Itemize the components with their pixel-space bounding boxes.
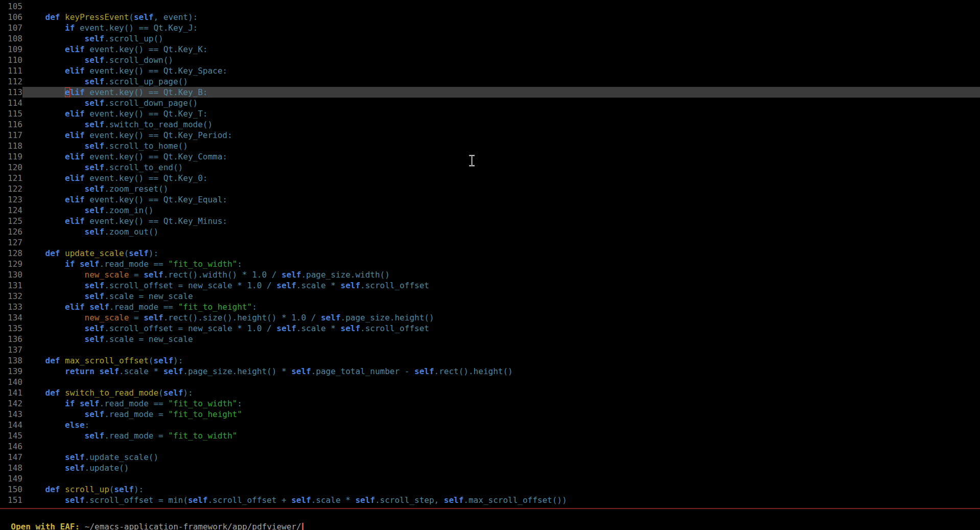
code-line[interactable]: 124 self.zoom_in() — [0, 205, 980, 216]
code-line[interactable]: 144 else: — [0, 420, 980, 430]
code-token: self — [85, 431, 105, 441]
code-line[interactable]: 146 — [0, 441, 980, 452]
code-token: .page_size.height() — [341, 313, 434, 322]
minibuffer-input[interactable]: ~/emacs-application-framework/app/pdfvie… — [85, 522, 301, 530]
line-number: 123 — [0, 194, 22, 205]
code-token — [26, 12, 45, 22]
line-number: 147 — [0, 452, 22, 463]
code-token: .scroll_offset = min( — [85, 495, 188, 505]
code-token — [85, 302, 90, 312]
code-token: event.key() == Qt.Key_Equal: — [85, 195, 227, 204]
code-line[interactable]: 133 elif self.read_mode == "fit_to_heigh… — [0, 302, 980, 312]
code-line[interactable]: 143 self.read_mode = "fit_to_height" — [0, 409, 980, 420]
code-token: def — [45, 248, 60, 258]
code-token: .read_mode = — [104, 409, 168, 419]
code-line[interactable]: 145 self.read_mode = "fit_to_width" — [0, 430, 980, 441]
code-line[interactable]: 116 self.switch_to_read_mode() — [0, 119, 980, 130]
code-line[interactable]: 140 — [0, 377, 980, 387]
code-token: self — [276, 281, 296, 290]
minibuffer[interactable]: Open with EAF: ~/emacs-application-frame… — [1, 511, 304, 521]
line-text: elif event.key() == Qt.Key_K: — [22, 44, 980, 55]
code-line[interactable]: 118 self.scroll_to_home() — [0, 141, 980, 151]
code-line[interactable]: 131 self.scroll_offset = new_scale * 1.0… — [0, 280, 980, 291]
code-line[interactable]: 112 self.scroll_up_page() — [0, 76, 980, 87]
line-number: 137 — [0, 344, 22, 355]
code-line[interactable]: 110 self.scroll_down() — [0, 55, 980, 65]
code-token — [26, 463, 65, 473]
code-line[interactable]: 105 — [0, 1, 980, 12]
code-token — [26, 281, 85, 290]
code-line[interactable]: 137 — [0, 344, 980, 355]
code-token: .scroll_offset — [360, 281, 429, 290]
code-line[interactable]: 141 def switch_to_read_mode(self): — [0, 387, 980, 398]
code-line[interactable]: 109 elif event.key() == Qt.Key_K: — [0, 44, 980, 55]
code-token: self — [85, 409, 105, 419]
line-number: 118 — [0, 141, 22, 151]
code-line[interactable]: 123 elif event.key() == Qt.Key_Equal: — [0, 194, 980, 205]
code-token — [26, 34, 85, 43]
code-line[interactable]: 132 self.scale = new_scale — [0, 291, 980, 302]
code-line[interactable]: 119 elif event.key() == Qt.Key_Comma: — [0, 151, 980, 162]
line-number: 105 — [0, 1, 22, 12]
code-line[interactable]: 150 def scroll_up(self): — [0, 484, 980, 495]
code-line[interactable]: 130 new_scale = self.rect().width() * 1.… — [0, 269, 980, 280]
code-line[interactable]: 126 self.zoom_out() — [0, 226, 980, 237]
line-number: 143 — [0, 409, 22, 420]
code-line[interactable]: 113 elif event.key() == Qt.Key_B: — [0, 87, 980, 98]
code-line[interactable]: 107 if event.key() == Qt.Key_J: — [0, 22, 980, 33]
line-number: 151 — [0, 495, 22, 505]
line-text — [22, 1, 980, 12]
code-token: .zoom_in() — [104, 205, 153, 215]
code-line[interactable]: 111 elif event.key() == Qt.Key_Space: — [0, 65, 980, 76]
code-token — [26, 495, 65, 505]
code-token — [26, 55, 85, 65]
code-token: .scale = new_scale — [104, 291, 193, 301]
code-line[interactable]: 125 elif event.key() == Qt.Key_Minus: — [0, 216, 980, 226]
code-line[interactable]: 139 return self.scale * self.page_size.h… — [0, 366, 980, 377]
code-token: self — [153, 356, 173, 365]
code-line[interactable]: 128 def update_scale(self): — [0, 248, 980, 259]
status-line: (1, 59) Top [2018-06-28] 22:12 Thursday — [807, 524, 979, 530]
code-token: .scroll_down() — [104, 55, 173, 65]
code-token: ): — [173, 356, 183, 365]
code-token — [60, 388, 65, 398]
code-line[interactable]: 108 self.scroll_up() — [0, 33, 980, 44]
code-token: .scroll_up() — [104, 34, 164, 43]
code-line[interactable]: 151 self.scroll_offset = min(self.scroll… — [0, 495, 980, 505]
line-text — [22, 473, 980, 484]
code-token: .rect().width() * 1.0 / — [164, 270, 282, 280]
code-line[interactable]: 114 self.scroll_down_page() — [0, 98, 980, 108]
code-line[interactable]: 117 elif event.key() == Qt.Key_Period: — [0, 130, 980, 141]
code-token: elif — [65, 44, 85, 54]
code-token: self — [80, 259, 100, 269]
line-number: 135 — [0, 323, 22, 334]
code-token: if — [65, 399, 75, 408]
code-line[interactable]: 142 if self.read_mode == "fit_to_width": — [0, 398, 980, 409]
code-token: = — [129, 313, 144, 322]
code-area[interactable]: 105106 def keyPressEvent(self, event):10… — [0, 1, 980, 505]
code-line[interactable]: 149 — [0, 473, 980, 484]
code-line[interactable]: 122 self.zoom_reset() — [0, 183, 980, 194]
code-line[interactable]: 135 self.scroll_offset = new_scale * 1.0… — [0, 323, 980, 334]
code-token: elif — [65, 152, 85, 162]
code-line[interactable]: 127 — [0, 237, 980, 248]
code-line[interactable]: 115 elif event.key() == Qt.Key_T: — [0, 108, 980, 119]
line-text: self.scale = new_scale — [22, 334, 980, 344]
code-line[interactable]: 138 def max_scroll_offset(self): — [0, 355, 980, 366]
code-token: = — [129, 270, 144, 280]
code-token: .zoom_reset() — [104, 184, 168, 194]
code-line[interactable]: 121 elif event.key() == Qt.Key_0: — [0, 173, 980, 183]
code-line[interactable]: 147 self.update_scale() — [0, 452, 980, 463]
code-line[interactable]: 148 self.update() — [0, 463, 980, 473]
code-line[interactable]: 106 def keyPressEvent(self, event): — [0, 12, 980, 22]
code-token: self — [114, 485, 134, 494]
code-line[interactable]: 136 self.scale = new_scale — [0, 334, 980, 344]
code-line[interactable]: 129 if self.read_mode == "fit_to_width": — [0, 259, 980, 269]
code-token — [26, 66, 65, 76]
code-token — [60, 248, 65, 258]
code-token: elif — [65, 66, 85, 76]
code-line[interactable]: 120 self.scroll_to_end() — [0, 162, 980, 173]
line-number: 136 — [0, 334, 22, 344]
code-line[interactable]: 134 new_scale = self.rect().size().heigh… — [0, 312, 980, 323]
line-text — [22, 441, 980, 452]
